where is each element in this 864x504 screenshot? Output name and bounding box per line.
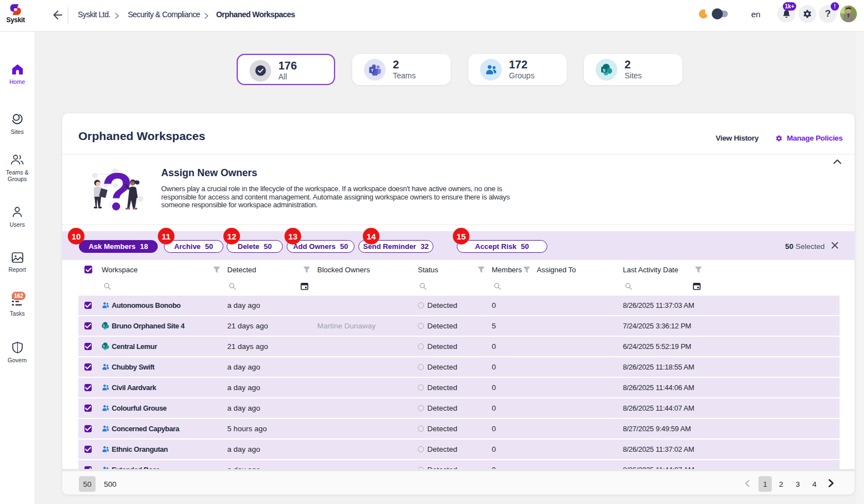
svg-text:T: T bbox=[371, 67, 373, 72]
svg-text:S: S bbox=[602, 68, 605, 73]
